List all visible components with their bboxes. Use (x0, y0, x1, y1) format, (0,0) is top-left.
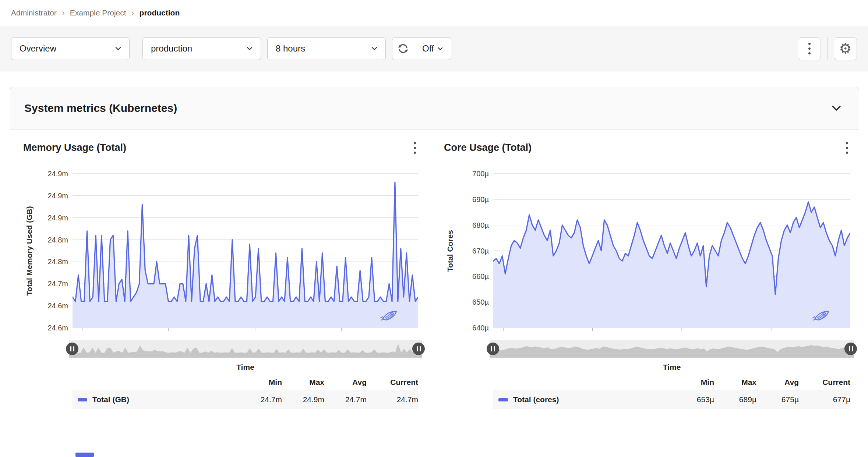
stats-header-min: Min (241, 378, 282, 387)
stat-current: 24.7m (367, 395, 418, 404)
chevron-down-icon (115, 47, 121, 50)
time-range-scrubber[interactable] (490, 340, 854, 358)
charts-area: Memory Usage (Total) Total Memory Used (… (10, 130, 859, 424)
stats-header-current: Current (367, 378, 418, 387)
legend-row[interactable]: Total (GB) 24.7m 24.9m 24.7m 24.7m (73, 390, 418, 409)
page-menu-button[interactable] (798, 37, 821, 60)
y-tick-label: 24.9m (47, 192, 68, 200)
y-axis-tick-labels: 700µ690µ680µ670µ660µ650µ640µ (456, 170, 493, 332)
scrubber-handle-right[interactable] (844, 343, 857, 355)
y-tick-label: 24.9m (47, 214, 68, 222)
time-range-scrubber[interactable] (69, 340, 422, 358)
y-tick-label: 24.8m (47, 236, 68, 244)
auto-refresh-dropdown[interactable]: Off (414, 38, 451, 60)
toolbar-divider (136, 37, 136, 60)
stats-header-avg: Avg (324, 378, 367, 387)
breadcrumb: Administrator › Example Project › produc… (0, 0, 868, 20)
core-usage-panel: Core Usage (Total) Total Cores 700µ690µ6… (444, 142, 850, 409)
y-tick-label: 24.9m (47, 170, 68, 178)
toolbar: Overview production 8 hours Off ⚙ (0, 26, 868, 71)
memory-chart-plot[interactable]: 8/10 6:00 AM8/10 8:00 AM8/10 10:00 AM8/1… (73, 170, 418, 332)
rocket-doodle-icon (812, 309, 830, 322)
stats-header-current: Current (799, 378, 850, 387)
chevron-down-icon (438, 47, 443, 50)
stats-header-avg: Avg (756, 378, 799, 387)
breadcrumb-separator-icon: › (131, 8, 135, 17)
chevron-down-icon (371, 47, 377, 50)
legend-stats-table: Min Max Avg Current Total (GB) 24.7m 24.… (73, 375, 418, 409)
refresh-button[interactable] (392, 38, 414, 60)
x-axis-title: Time (73, 363, 418, 372)
stat-avg: 675µ (756, 395, 799, 404)
refresh-icon (397, 43, 409, 54)
breadcrumb-item-administrator[interactable]: Administrator (11, 8, 57, 17)
auto-refresh-control: Off (392, 37, 451, 60)
dashboard-select[interactable]: Overview (11, 37, 130, 60)
scrubber-handle-right[interactable] (412, 343, 425, 355)
stat-max: 24.9m (282, 395, 324, 404)
cluster-select[interactable]: production (142, 37, 261, 60)
y-tick-label: 690µ (472, 195, 489, 203)
chevron-down-icon (247, 47, 253, 50)
y-tick-label: 24.6m (47, 302, 68, 310)
series-color-swatch (498, 398, 508, 401)
kebab-menu-icon (808, 43, 811, 54)
legend-stats-table: Min Max Avg Current Total (cores) 653µ 6… (493, 375, 850, 409)
y-tick-label: 24.8m (47, 258, 68, 266)
series-name: Total (cores) (513, 395, 559, 404)
next-chart-series-swatch-peek (75, 453, 94, 457)
core-chart-plot[interactable]: 8/10 6:00 AM8/10 8:00 AM8/10 10:00 AM8/1… (493, 170, 850, 332)
x-axis-title: Time (493, 363, 850, 372)
section-title: System metrics (Kubernetes) (24, 102, 832, 114)
y-tick-label: 650µ (472, 298, 489, 306)
chart-menu-kebab-icon[interactable] (414, 142, 416, 154)
toolbar-divider (827, 37, 828, 60)
time-range-select[interactable]: 8 hours (267, 37, 386, 60)
legend-row[interactable]: Total (cores) 653µ 689µ 675µ 677µ (493, 390, 850, 409)
system-metrics-card: System metrics (Kubernetes) Memory Usage… (10, 87, 859, 457)
stat-min: 24.7m (241, 395, 282, 404)
y-tick-label: 680µ (472, 221, 489, 229)
series-name: Total (GB) (92, 395, 129, 404)
y-tick-label: 670µ (472, 247, 489, 255)
stats-header-max: Max (282, 378, 324, 387)
stat-current: 677µ (799, 395, 850, 404)
memory-usage-panel: Memory Usage (Total) Total Memory Used (… (23, 142, 418, 409)
breadcrumb-item-project[interactable]: Example Project (70, 8, 126, 17)
y-axis-tick-labels: 24.9m24.9m24.9m24.8m24.8m24.7m24.6m24.6m (36, 170, 73, 332)
breadcrumb-separator-icon: › (61, 8, 66, 17)
chart-title: Memory Usage (Total) (23, 142, 126, 153)
y-tick-label: 700µ (472, 170, 489, 178)
section-header[interactable]: System metrics (Kubernetes) (10, 87, 859, 130)
stat-max: 689µ (714, 395, 756, 404)
scrubber-handle-left[interactable] (66, 343, 78, 355)
stat-avg: 24.7m (324, 395, 367, 404)
stats-header-min: Min (674, 378, 714, 387)
breadcrumb-item-cluster: production (140, 8, 180, 17)
settings-button[interactable]: ⚙ (834, 37, 857, 60)
y-axis-title: Total Memory Used (GB) (23, 170, 36, 332)
stat-min: 653µ (674, 395, 714, 404)
y-tick-label: 640µ (472, 324, 489, 332)
y-tick-label: 660µ (472, 272, 489, 280)
rocket-doodle-icon (380, 309, 398, 322)
collapse-chevron-icon[interactable] (832, 105, 841, 111)
gear-icon: ⚙ (839, 42, 851, 56)
y-axis-title: Total Cores (444, 170, 456, 332)
chart-menu-kebab-icon[interactable] (846, 142, 848, 154)
stats-header-max: Max (714, 378, 756, 387)
series-color-swatch (78, 398, 87, 401)
scrubber-handle-left[interactable] (487, 343, 499, 355)
chart-title: Core Usage (Total) (444, 142, 532, 153)
y-tick-label: 24.6m (47, 324, 68, 332)
y-tick-label: 24.7m (47, 280, 68, 288)
